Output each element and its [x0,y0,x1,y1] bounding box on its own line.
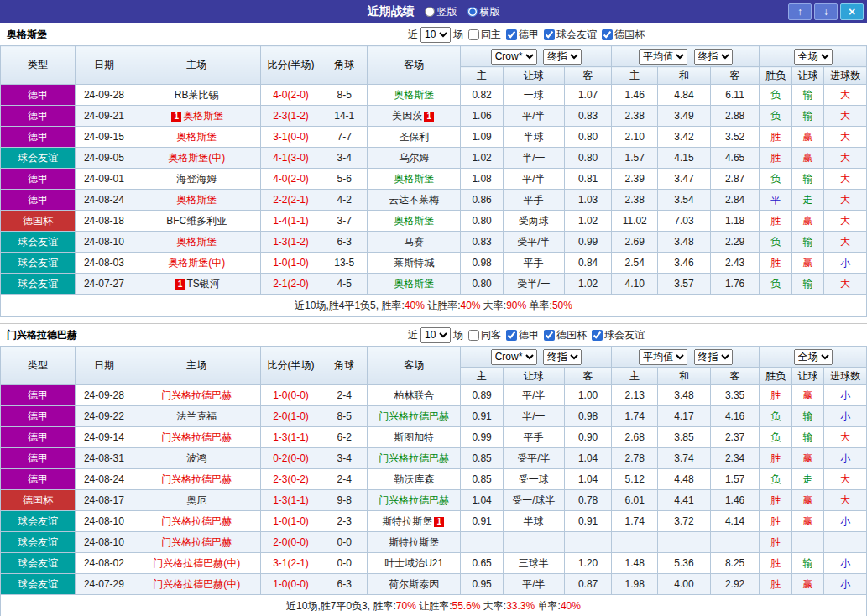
match-row: 德甲24-09-01海登海姆4-0(2-0)5-6奥格斯堡1.08平/半0.81… [1,169,867,190]
col-avg-home: 主 [612,368,658,385]
team-name: 奥格斯堡 [7,28,47,42]
cup-checkbox[interactable] [544,330,555,341]
result-handicap: 输 [791,553,823,574]
bookmaker-select[interactable]: Crow* [491,349,537,365]
home-odds: 1.02 [461,148,504,169]
red-card-badge: 1 [175,279,185,290]
avg-home-odds: 2.10 [612,127,658,148]
avg-away-odds: 2.92 [710,574,760,595]
col-avg-away: 客 [710,67,760,85]
summary-segment: 大率: [481,300,507,311]
average-select[interactable]: 平均值 [639,349,687,365]
home-team-label: RB莱比锡 [175,89,219,101]
match-count-select[interactable]: 10 [420,327,451,343]
filter-same-venue[interactable]: 同客 [468,328,501,342]
filter-cup[interactable]: 德国杯 [544,328,587,342]
handicap-line: 受平/半 [503,232,564,253]
scope-select[interactable]: 全场 [794,49,833,65]
match-date: 24-09-21 [76,106,133,127]
away-odds [564,532,612,553]
avg-stage-select[interactable]: 终指 [694,49,733,65]
away-team-label: 奥格斯堡 [394,278,434,290]
table-header-top: 类型 日期 主场 比分(半场) 角球 客场 Crow* 终指 平均值 终指 全场 [1,347,867,368]
filter-same-venue[interactable]: 同主 [468,28,501,42]
filter-friendly[interactable]: 球会友谊 [544,28,597,42]
scroll-down-button[interactable]: ↓ [814,3,838,20]
close-button[interactable]: × [840,3,864,20]
away-team-label: 斯特拉斯堡 [382,515,432,527]
away-team: 斯特拉斯堡 [368,532,461,553]
radio-vertical-layout[interactable]: 竖版 [425,5,457,19]
avg-away-odds: 1.46 [710,490,760,511]
away-team-label: 斯图加特 [394,431,434,443]
scope-header: 全场 [760,347,867,368]
match-row: 德甲24-09-15奥格斯堡3-1(0-0)7-7圣保利1.09半球0.802.… [1,127,867,148]
league-badge: 球会友谊 [1,148,76,169]
match-date: 24-08-24 [76,469,133,490]
result-handicap: 赢 [791,127,823,148]
match-date: 24-08-10 [76,232,133,253]
same-venue-checkbox[interactable] [468,330,479,341]
result-handicap: 走 [791,469,823,490]
handicap-line: 一球 [503,85,564,106]
avg-away-odds: 2.87 [710,169,760,190]
avg-stage-select[interactable]: 终指 [694,349,733,365]
checkbox-label: 同主 [481,28,501,42]
filter-bundesliga[interactable]: 德甲 [506,328,539,342]
results-body: 德甲24-09-28门兴格拉德巴赫1-0(0-0)2-4柏林联合0.89平/半1… [1,385,867,595]
scope-select[interactable]: 全场 [794,349,833,365]
corners: 0-0 [321,553,368,574]
score: 1-0(0-0) [260,574,321,595]
away-team: 奥格斯堡 [368,85,461,106]
home-team-label: 海登海姆 [176,173,217,185]
cup-checkbox[interactable] [602,29,613,40]
result-handicap: 赢 [791,511,823,532]
match-count-select[interactable]: 10 [420,27,451,43]
avg-draw-odds: 3.46 [658,253,711,274]
filter-friendly[interactable]: 球会友谊 [592,328,645,342]
radio-horizontal-layout[interactable]: 横版 [467,5,500,19]
home-odds: 0.85 [461,469,504,490]
result-outcome: 胜 [760,574,791,595]
summary-segment: 让胜率: [425,300,461,311]
col-avg-draw: 和 [658,368,711,385]
col-corner: 角球 [321,46,368,85]
average-select[interactable]: 平均值 [639,49,687,65]
filter-bundesliga[interactable]: 德甲 [506,28,539,42]
same-venue-checkbox[interactable] [468,29,479,40]
home-team: 奥格斯堡(中) [133,253,260,274]
bookmaker-select[interactable]: Crow* [491,49,537,65]
away-team-label: 奥格斯堡 [394,173,434,185]
handicap-line: 平/半 [503,574,564,595]
col-result: 胜负 [760,368,791,385]
avg-home-odds: 1.98 [612,574,658,595]
scroll-up-button[interactable]: ↑ [788,3,812,20]
away-team-label: 门兴格拉德巴赫 [379,410,449,422]
score: 1-0(1-0) [260,511,321,532]
away-team-label: 荷尔斯泰因 [389,578,439,590]
friendly-checkbox[interactable] [592,330,603,341]
league-badge: 德国杯 [1,211,76,232]
league-badge: 球会友谊 [1,532,76,553]
bundesliga-checkbox[interactable] [506,29,517,40]
bundesliga-checkbox[interactable] [506,330,517,341]
result-handicap: 输 [791,427,823,448]
checkbox-label: 德国杯 [556,328,587,342]
filter-cup[interactable]: 德国杯 [602,28,645,42]
odds-stage-select[interactable]: 终指 [543,349,582,365]
result-outcome: 胜 [760,211,791,232]
home-odds: 0.80 [461,274,504,295]
average-odds-header: 平均值 终指 [612,347,760,368]
avg-draw-odds: 4.84 [658,85,711,106]
friendly-checkbox[interactable] [544,29,555,40]
league-badge: 德甲 [1,169,76,190]
match-row: 德甲24-09-22法兰克福2-0(1-0)8-5门兴格拉德巴赫0.91半/一0… [1,406,867,427]
match-row: 球会友谊24-08-10门兴格拉德巴赫2-0(0-0)0-0斯特拉斯堡胜 [1,532,867,553]
avg-draw-odds: 3.49 [658,106,711,127]
odds-stage-select[interactable]: 终指 [543,49,582,65]
horizontal-layout-radio[interactable] [467,7,478,17]
league-badge: 德甲 [1,106,76,127]
corners: 2-3 [321,511,368,532]
result-outcome: 胜 [760,127,791,148]
vertical-layout-radio[interactable] [425,7,435,17]
